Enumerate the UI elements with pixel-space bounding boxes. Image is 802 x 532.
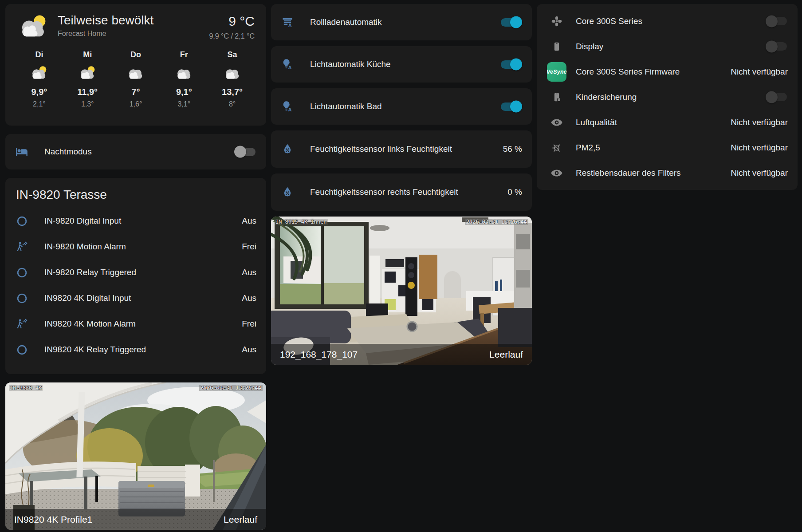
forecast-partly-cloudy-icon <box>63 63 112 83</box>
forecast-row: Di 9,9° 2,1° Mi 11,9° 1,3° Do <box>5 43 266 108</box>
entity-row[interactable]: VeSync Core 300S Series Firmware Nicht v… <box>546 59 788 84</box>
display-toggle[interactable] <box>767 42 787 51</box>
camera-status: Leerlauf <box>489 349 523 360</box>
weather-card[interactable]: Teilweise bewölkt Forecast Home 9 °C 9,9… <box>5 4 266 126</box>
entity-row[interactable]: Kindersicherung <box>546 84 788 110</box>
camera-overlay-timestamp: 2026-03-31 13:26:44 <box>199 385 263 391</box>
svg-text:A: A <box>288 23 292 28</box>
forecast-partly-cloudy-icon <box>15 63 63 83</box>
terrace-card: IN-9820 Terasse IN-9820 Digital Input Au… <box>5 178 266 374</box>
eye-icon <box>546 167 567 179</box>
forecast-day: Fr 9,1° 3,1° <box>160 50 208 108</box>
entity-state: Nicht verfügbar <box>731 168 788 178</box>
svg-text:A: A <box>288 107 291 112</box>
forecast-cloudy-icon <box>112 63 160 83</box>
particulate-matter-icon <box>546 142 567 154</box>
svg-text:A: A <box>288 65 291 70</box>
night-mode-label: Nachtmodus <box>44 147 235 157</box>
forecast-cloudy-icon <box>208 63 256 83</box>
entity-state: Aus <box>242 345 256 355</box>
camera-card-indoor[interactable]: IN-8015 4K Innen 2026-03-31 13:26:44 192… <box>271 217 532 365</box>
forecast-day: Sa 13,7° 8° <box>208 50 256 108</box>
weather-subtitle: Forecast Home <box>58 30 209 38</box>
camera-card-outdoor[interactable]: IN-9820 4K 2026-03-31 13:26:44 IN9820 4K… <box>5 382 266 530</box>
camera-status: Leerlauf <box>224 514 257 525</box>
child-lock-toggle[interactable] <box>767 93 787 101</box>
camera-footer: IN9820 4K Profile1 Leerlauf <box>5 509 266 530</box>
kitchen-light-automation-card[interactable]: A Lichtautomatik Küche <box>271 46 532 83</box>
bath-light-automation-toggle[interactable] <box>501 102 521 111</box>
humidity-value: 0 % <box>507 187 522 197</box>
camera-name: 192_168_178_107 <box>280 349 358 360</box>
kitchen-light-automation-toggle[interactable] <box>501 60 521 69</box>
entity-state: Nicht verfügbar <box>731 67 788 77</box>
indoor-camera-image <box>271 217 532 365</box>
forecast-day: Mi 11,9° 1,3° <box>63 50 112 108</box>
forecast-day: Do 7° 1,6° <box>112 50 160 108</box>
camera-footer: 192_168_178_107 Leerlauf <box>271 344 532 365</box>
vesync-card: Core 300S Series Display VeSync Core 300… <box>537 4 798 190</box>
water-percent-icon <box>281 186 294 198</box>
entity-row[interactable]: Core 300S Series <box>546 8 788 34</box>
entity-row[interactable]: IN9820 4K Digital Input Aus <box>15 285 256 311</box>
camera-overlay-id: IN-9820 4K <box>9 385 43 391</box>
entity-row[interactable]: IN-9820 Relay Triggered Aus <box>15 260 256 285</box>
forecast-day: Di 9,9° 2,1° <box>15 50 63 108</box>
window-shutter-auto-icon: A <box>281 16 294 28</box>
entity-row[interactable]: Luftqualität Nicht verfügbar <box>546 110 788 135</box>
entity-state: Nicht verfügbar <box>731 143 788 153</box>
fan-power-toggle[interactable] <box>767 17 787 25</box>
entity-state: Aus <box>242 216 256 226</box>
bath-light-automation-card[interactable]: A Lichtautomatik Bad <box>271 88 532 125</box>
fan-icon <box>546 15 567 28</box>
entity-row[interactable]: Display <box>546 34 788 59</box>
entity-row[interactable]: IN9820 4K Relay Triggered Aus <box>15 337 256 363</box>
motion-sensor-icon <box>15 318 28 330</box>
circle-outline-icon <box>15 215 28 227</box>
eye-icon <box>546 116 567 129</box>
camera-overlay-id: IN-8015 4K Innen <box>275 219 328 225</box>
entity-state: Aus <box>242 293 256 303</box>
entity-state: Nicht verfügbar <box>731 118 788 127</box>
entity-row[interactable]: IN-9820 Digital Input Aus <box>15 208 256 234</box>
circle-outline-icon <box>15 344 28 356</box>
motion-sensor-icon <box>15 240 28 253</box>
entity-row[interactable]: IN-9820 Motion Alarm Frei <box>15 234 256 260</box>
entity-state: Frei <box>242 319 256 329</box>
circle-outline-icon <box>15 292 28 304</box>
weather-high-low: 9,9 °C / 2,1 °C <box>209 32 255 40</box>
entity-row[interactable]: PM2,5 Nicht verfügbar <box>546 135 788 160</box>
shutter-automation-card[interactable]: A Rollladenautomatik <box>271 4 532 40</box>
entity-state: Aus <box>242 268 256 277</box>
weather-partly-cloudy-icon <box>16 14 51 43</box>
entity-row[interactable]: Restlebensdauer des Filters Nicht verfüg… <box>546 160 788 185</box>
entity-row[interactable]: IN9820 4K Motion Alarm Frei <box>15 311 256 337</box>
lightbulb-auto-icon: A <box>281 58 294 71</box>
humidity-left-card[interactable]: Feuchtigkeitssensor links Feuchtigkeit 5… <box>271 130 532 168</box>
vesync-logo-icon: VeSync <box>546 62 567 82</box>
weather-condition: Teilweise bewölkt <box>58 13 209 28</box>
night-mode-card[interactable]: Nachtmodus <box>5 134 266 169</box>
humidity-value: 56 % <box>503 144 522 154</box>
humidity-right-card[interactable]: Feuchtigkeitssensor rechts Feuchtigkeit … <box>271 173 532 211</box>
terrace-card-title: IN-9820 Terasse <box>16 188 256 202</box>
tablet-lock-icon <box>546 91 567 103</box>
night-mode-toggle[interactable] <box>235 148 256 156</box>
circle-outline-icon <box>15 267 28 279</box>
camera-name: IN9820 4K Profile1 <box>14 514 92 525</box>
water-percent-icon <box>281 143 294 155</box>
camera-overlay-timestamp: 2026-03-31 13:26:44 <box>465 219 528 225</box>
outdoor-camera-image <box>5 382 266 530</box>
lightbulb-auto-icon: A <box>281 100 294 113</box>
tablet-icon <box>546 41 567 52</box>
weather-temperature: 9 °C <box>209 13 255 30</box>
shutter-automation-toggle[interactable] <box>501 18 521 27</box>
bed-icon <box>15 146 28 158</box>
entity-state: Frei <box>242 242 256 252</box>
forecast-cloudy-icon <box>160 63 208 83</box>
dashboard: Teilweise bewölkt Forecast Home 9 °C 9,9… <box>0 0 802 530</box>
